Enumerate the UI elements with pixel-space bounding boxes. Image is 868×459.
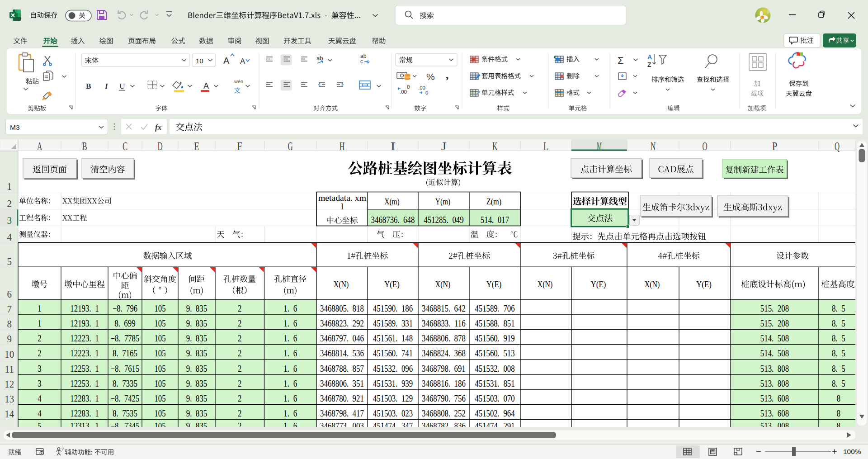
svg-text:6: 6 (7, 288, 12, 300)
svg-text:451285. 049: 451285. 049 (424, 215, 463, 225)
svg-text:9. 835: 9. 835 (186, 393, 208, 403)
svg-text:451560. 741: 451560. 741 (373, 348, 413, 358)
svg-text:8. 5: 8. 5 (832, 364, 845, 374)
svg-text:8. 7335: 8. 7335 (113, 379, 137, 388)
svg-text:Q: Q (835, 140, 840, 152)
svg-text:G: G (288, 140, 293, 152)
svg-text:Y(E): Y(E) (384, 279, 399, 289)
svg-text:B: B (86, 81, 91, 90)
svg-text:13: 13 (5, 393, 14, 405)
svg-text:3468815. 642: 3468815. 642 (422, 303, 466, 313)
svg-text:2: 2 (238, 348, 241, 358)
svg-text:513. 808: 513. 808 (760, 379, 789, 388)
svg-text:11: 11 (5, 363, 14, 375)
svg-text:3468805. 818: 3468805. 818 (320, 303, 364, 313)
svg-text:9. 835: 9. 835 (186, 379, 208, 388)
svg-text:2: 2 (238, 364, 241, 374)
svg-text:9. 835: 9. 835 (186, 333, 208, 343)
svg-text:105: 105 (155, 348, 166, 358)
svg-text:451560. 513: 451560. 513 (475, 348, 514, 358)
svg-text:Y(E): Y(E) (696, 279, 711, 289)
svg-text:2: 2 (238, 379, 241, 388)
svg-text:9: 9 (7, 333, 12, 345)
svg-text:C: C (123, 140, 127, 152)
svg-text:12193. 1: 12193. 1 (70, 303, 99, 313)
svg-text:515. 208: 515. 208 (760, 318, 789, 328)
svg-text:Z(m): Z(m) (486, 197, 502, 207)
svg-text:X(m): X(m) (384, 197, 400, 207)
svg-text:3: 3 (38, 364, 41, 374)
svg-text:4: 4 (38, 393, 41, 403)
svg-text:451589. 331: 451589. 331 (373, 318, 413, 328)
svg-text:8. 5: 8. 5 (832, 318, 845, 328)
svg-text:X(N): X(N) (435, 279, 450, 289)
svg-text:105: 105 (155, 303, 166, 313)
svg-text:ab: ab (316, 55, 323, 62)
svg-text:,: , (446, 68, 449, 81)
svg-text:12253. 1: 12253. 1 (70, 379, 99, 388)
svg-text:10: 10 (5, 348, 14, 360)
svg-text:Z: Z (647, 61, 651, 68)
svg-text:12283. 1: 12283. 1 (70, 393, 99, 403)
svg-text:c: c (360, 58, 363, 65)
svg-text:3468780. 921: 3468780. 921 (320, 393, 364, 403)
svg-text:451589. 706: 451589. 706 (475, 303, 514, 313)
svg-text:451590. 186: 451590. 186 (373, 303, 413, 313)
svg-text:8. 699: 8. 699 (114, 318, 136, 328)
svg-text:3468797. 046: 3468797. 046 (320, 333, 364, 343)
svg-text:513. 608: 513. 608 (760, 408, 789, 418)
svg-text:A: A (647, 53, 652, 61)
svg-text:513. 808: 513. 808 (760, 364, 789, 374)
svg-text:2: 2 (238, 333, 241, 343)
svg-text:X(N): X(N) (538, 279, 552, 289)
svg-text:Y(E): Y(E) (591, 279, 606, 289)
svg-text:O: O (702, 140, 707, 152)
svg-text:Y(m): Y(m) (435, 197, 451, 207)
svg-text:A: A (203, 81, 209, 90)
svg-text:9. 835: 9. 835 (186, 408, 208, 418)
svg-text:3468806. 351: 3468806. 351 (320, 379, 364, 388)
svg-text:514. 017: 514. 017 (481, 215, 509, 225)
svg-text:1. 6: 1. 6 (283, 379, 297, 388)
svg-text:12193. 1: 12193. 1 (70, 318, 99, 328)
svg-text:7: 7 (7, 303, 12, 315)
svg-text:l: l (341, 202, 344, 211)
svg-text:1: 1 (38, 318, 41, 328)
svg-text:3468824. 368: 3468824. 368 (422, 348, 466, 358)
svg-text:12: 12 (5, 378, 14, 390)
svg-text:3468808. 252: 3468808. 252 (422, 408, 466, 418)
svg-text:9. 835: 9. 835 (186, 348, 208, 358)
svg-text:105: 105 (155, 318, 166, 328)
svg-text:M3: M3 (10, 123, 20, 131)
svg-text:105: 105 (155, 333, 166, 343)
svg-text:.00: .00 (400, 89, 407, 95)
svg-text:A: A (240, 57, 245, 66)
svg-text:2: 2 (238, 408, 241, 418)
svg-text:451502. 964: 451502. 964 (475, 408, 514, 418)
svg-text:H: H (340, 140, 344, 152)
svg-text:12223. 1: 12223. 1 (70, 348, 99, 358)
svg-text:I: I (104, 81, 108, 90)
svg-text:8. 5: 8. 5 (832, 303, 845, 313)
svg-text:105: 105 (155, 379, 166, 388)
svg-text:3468833. 116: 3468833. 116 (422, 318, 466, 328)
svg-text:8. 7535: 8. 7535 (113, 408, 137, 418)
svg-text:3468790. 756: 3468790. 756 (422, 393, 466, 403)
svg-text:513. 608: 513. 608 (760, 393, 789, 403)
svg-text:fx: fx (155, 123, 162, 132)
svg-text:X(N): X(N) (645, 279, 660, 289)
svg-text:8. 7165: 8. 7165 (113, 348, 137, 358)
svg-text:451588. 851: 451588. 851 (475, 318, 514, 328)
svg-text:A: A (37, 140, 42, 152)
svg-text:L: L (543, 140, 548, 152)
svg-text:8: 8 (837, 393, 840, 403)
svg-text:1. 6: 1. 6 (283, 348, 297, 358)
svg-text:P: P (772, 140, 777, 152)
svg-text:4: 4 (38, 408, 41, 418)
svg-text:2: 2 (7, 198, 12, 209)
svg-text:451503. 023: 451503. 023 (373, 408, 413, 418)
svg-text:1. 6: 1. 6 (283, 333, 297, 343)
svg-text:8. 5: 8. 5 (832, 379, 845, 388)
svg-text:B: B (82, 140, 87, 152)
svg-text:−8. 7425: −8. 7425 (111, 393, 140, 403)
